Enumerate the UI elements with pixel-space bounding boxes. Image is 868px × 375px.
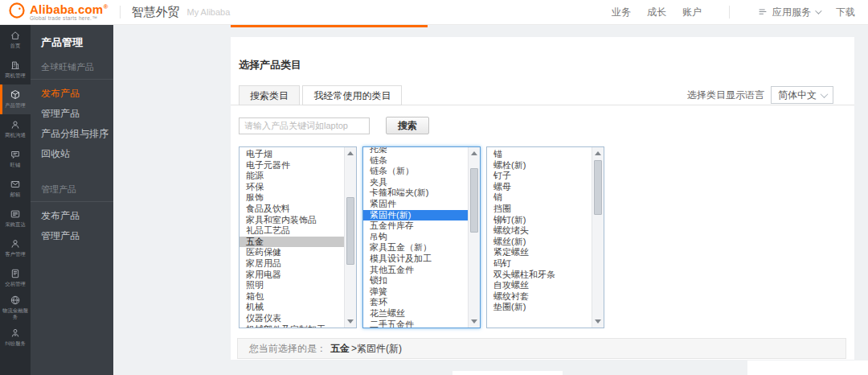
tab-frequent-category[interactable]: 我经常使用的类目 [302,85,402,105]
scroll-down-arrow[interactable] [595,319,601,323]
category-item[interactable]: 其他五金件 [363,265,468,276]
category-columns: 电子烟电子元器件能源环保服饰食品及饮料家具和室内装饰品礼品工艺品五金医药保健家居… [239,146,608,328]
sidebar-item[interactable]: 物流金融服务 [0,293,31,323]
tab-search-category[interactable]: 搜索类目 [239,85,300,105]
category-item[interactable]: 家具五金（新） [363,242,468,253]
alibaba-logo[interactable]: Alibaba.com® Global trade starts here.™ [8,2,108,23]
category-item[interactable]: 螺纹衬套 [487,291,592,303]
category-item[interactable]: 吊钩 [363,232,468,243]
sidebar-item[interactable]: 采购直达 [0,204,31,233]
sidebar-link[interactable]: 发布产品 [31,84,113,104]
category-item[interactable]: 家具和室内装饰品 [240,215,344,226]
category-item[interactable]: 家居用品 [240,258,344,270]
category-item[interactable]: 电子元器件 [240,160,344,171]
category-item[interactable]: 螺母 [487,182,592,193]
category-item[interactable]: 垫圈(新) [487,302,592,313]
search-input[interactable] [239,117,370,134]
category-item[interactable]: 卡箍和端夹(新) [363,188,468,199]
category-item[interactable]: 能源 [240,171,344,182]
sidebar-item[interactable]: 首页 [0,25,31,55]
sidebar-item[interactable]: 商机沟通 [0,114,31,144]
category-item[interactable]: 机械 [240,302,344,313]
category-item[interactable]: 套环 [363,297,468,308]
category-item[interactable]: 钉子 [487,171,592,182]
scroll-thumb[interactable] [594,160,602,215]
header-nav: 业务成长账户 应用服务 下载 [612,6,855,19]
category-item[interactable]: 紧固件(新) [363,210,468,221]
sidebar-item-label: 产品管理 [1,102,31,108]
scroll-up-arrow[interactable] [347,151,354,155]
category-item[interactable]: 挡圈 [487,204,592,215]
category-item[interactable]: 仪器仪表 [240,313,344,324]
sidebar-link[interactable]: 管理产品 [31,104,113,124]
sidebar-item[interactable]: 客户管理 [0,233,31,263]
search-row: 搜索 [239,117,429,134]
category-item[interactable]: 夹具 [363,177,468,188]
sidebar-link[interactable]: 回收站 [31,144,113,164]
sidebar-item[interactable]: 产品管理 [0,84,31,114]
scroll-up-arrow[interactable] [471,151,477,155]
category-rows: 电子烟电子元器件能源环保服饰食品及饮料家具和室内装饰品礼品工艺品五金医药保健家居… [240,147,344,328]
category-item[interactable]: 服饰 [240,192,344,204]
category-item[interactable]: 二手五金件 [363,319,468,328]
scroll-thumb[interactable] [346,197,354,265]
category-item[interactable]: 家用电器 [240,270,344,281]
sidebar-item[interactable]: 邮箱 [0,174,31,204]
app-title: 智慧外贸 [132,5,180,20]
app-services-label: 应用服务 [772,6,811,19]
app-services-menu[interactable]: 应用服务 [757,6,820,19]
category-item[interactable]: 铆钉(新) [487,215,592,226]
category-item[interactable]: 弹簧 [363,286,468,298]
header-nav-link[interactable]: 业务 [612,6,631,19]
language-dropdown[interactable]: 简体中文 [771,86,833,104]
category-item[interactable]: 链条 [363,155,468,167]
download-link[interactable]: 下载 [836,6,855,19]
category-item[interactable]: 机械部件及定制加工 [240,324,344,328]
category-item[interactable]: 五金 [240,237,344,248]
category-item[interactable]: 箱包 [240,291,344,303]
scrollbar[interactable] [344,147,356,328]
category-item[interactable]: 锚 [487,149,592,160]
sidebar-link[interactable]: 产品分组与排序 [31,124,113,144]
brand-tagline: Global trade starts here.™ [30,16,108,22]
category-item[interactable]: 锁扣 [363,275,468,286]
category-item[interactable]: 码钉 [487,258,592,270]
sidebar-item[interactable]: 旺铺 [0,144,31,174]
category-item[interactable]: 电子烟 [240,149,344,160]
category-item[interactable]: 托架 [363,147,468,155]
category-item[interactable]: 环保 [240,182,344,193]
scroll-down-arrow[interactable] [347,319,354,323]
category-item[interactable]: 模具设计及加工 [363,253,468,265]
category-item[interactable]: 螺纹堵头 [487,225,592,237]
page-title: 选择产品类目 [239,58,301,72]
category-item[interactable]: 双头螺柱和牙条 [487,270,592,281]
search-button[interactable]: 搜索 [386,117,429,134]
category-item[interactable]: 医药保健 [240,247,344,258]
sidebar-group-header: 全球旺铺产品 [31,50,113,79]
sidebar-item[interactable]: 纠纷服务 [0,323,31,352]
category-item[interactable]: 食品及饮料 [240,204,344,215]
category-item[interactable]: 销 [487,192,592,204]
sidebar-link[interactable]: 发布产品 [31,206,113,226]
category-item[interactable]: 五金件库存 [363,220,468,232]
scroll-down-arrow[interactable] [471,319,477,323]
category-item[interactable]: 链条（新） [363,166,468,177]
category-item[interactable]: 紧定螺丝 [487,247,592,258]
category-item[interactable]: 自攻螺丝 [487,280,592,291]
sidebar-item[interactable]: 商机管理 [0,55,31,84]
category-item[interactable]: 礼品工艺品 [240,225,344,237]
category-item[interactable]: 螺丝(新) [487,237,592,248]
scroll-up-arrow[interactable] [595,151,601,155]
header-nav-link[interactable]: 账户 [682,6,702,19]
sidebar-item[interactable]: 交易管理 [0,263,31,293]
scroll-thumb[interactable] [470,168,478,233]
category-item[interactable]: 紧固件 [363,199,468,210]
category-item[interactable]: 照明 [240,280,344,291]
category-list-level3: 锚螺栓(新)钉子螺母销挡圈铆钉(新)螺纹堵头螺丝(新)紧定螺丝码钉双头螺柱和牙条… [486,146,604,328]
scrollbar[interactable] [468,147,480,328]
sidebar-link[interactable]: 管理产品 [31,226,113,246]
category-item[interactable]: 螺栓(新) [487,160,592,171]
header-nav-link[interactable]: 成长 [647,6,666,19]
category-item[interactable]: 花兰螺丝 [363,308,468,319]
scrollbar[interactable] [592,147,604,328]
